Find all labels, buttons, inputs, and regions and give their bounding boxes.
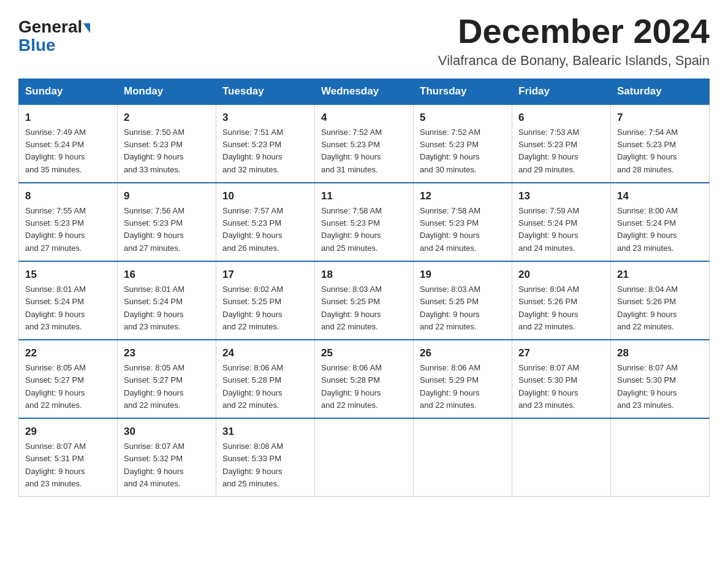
- logo-blue: Blue: [18, 36, 56, 55]
- day-number: 1: [25, 110, 111, 126]
- day-number: 28: [617, 345, 703, 361]
- weekday-header-monday: Monday: [118, 79, 216, 104]
- day-number: 24: [222, 345, 308, 361]
- day-info: Sunrise: 7:53 AM Sunset: 5:23 PM Dayligh…: [518, 126, 604, 176]
- calendar-cell: 15 Sunrise: 8:01 AM Sunset: 5:24 PM Dayl…: [19, 261, 118, 340]
- day-number: 7: [617, 110, 703, 126]
- logo: General Blue: [18, 12, 90, 55]
- calendar-cell: 11 Sunrise: 7:58 AM Sunset: 5:23 PM Dayl…: [315, 183, 414, 261]
- calendar-cell: 3 Sunrise: 7:51 AM Sunset: 5:23 PM Dayli…: [216, 104, 315, 183]
- day-info: Sunrise: 8:08 AM Sunset: 5:33 PM Dayligh…: [222, 440, 308, 490]
- day-info: Sunrise: 7:59 AM Sunset: 5:24 PM Dayligh…: [518, 205, 604, 255]
- logo-general: General: [18, 18, 90, 36]
- calendar-table: SundayMondayTuesdayWednesdayThursdayFrid…: [18, 79, 710, 497]
- week-row-1: 1 Sunrise: 7:49 AM Sunset: 5:24 PM Dayli…: [19, 104, 710, 183]
- weekday-header-thursday: Thursday: [414, 79, 512, 104]
- day-info: Sunrise: 8:03 AM Sunset: 5:25 PM Dayligh…: [420, 283, 506, 333]
- day-info: Sunrise: 8:07 AM Sunset: 5:30 PM Dayligh…: [617, 362, 703, 412]
- day-number: 30: [124, 424, 210, 440]
- calendar-cell: 6 Sunrise: 7:53 AM Sunset: 5:23 PM Dayli…: [512, 104, 611, 183]
- day-number: 23: [124, 345, 210, 361]
- day-info: Sunrise: 7:50 AM Sunset: 5:23 PM Dayligh…: [124, 126, 210, 176]
- day-number: 25: [321, 345, 407, 361]
- day-info: Sunrise: 8:06 AM Sunset: 5:28 PM Dayligh…: [321, 362, 407, 412]
- calendar-cell: 26 Sunrise: 8:06 AM Sunset: 5:29 PM Dayl…: [414, 340, 512, 418]
- day-number: 11: [321, 188, 407, 204]
- day-number: 26: [420, 345, 506, 361]
- day-number: 6: [518, 110, 604, 126]
- calendar-cell: 27 Sunrise: 8:07 AM Sunset: 5:30 PM Dayl…: [512, 340, 611, 418]
- day-number: 8: [25, 188, 111, 204]
- day-number: 2: [124, 110, 210, 126]
- day-info: Sunrise: 8:01 AM Sunset: 5:24 PM Dayligh…: [124, 283, 210, 333]
- day-info: Sunrise: 8:06 AM Sunset: 5:28 PM Dayligh…: [222, 362, 308, 412]
- calendar-cell: 5 Sunrise: 7:52 AM Sunset: 5:23 PM Dayli…: [414, 104, 512, 183]
- weekday-header-friday: Friday: [512, 79, 611, 104]
- day-number: 20: [518, 267, 604, 283]
- calendar-cell: 30 Sunrise: 8:07 AM Sunset: 5:32 PM Dayl…: [118, 418, 216, 497]
- calendar-cell: 13 Sunrise: 7:59 AM Sunset: 5:24 PM Dayl…: [512, 183, 611, 261]
- day-info: Sunrise: 8:06 AM Sunset: 5:29 PM Dayligh…: [420, 362, 506, 412]
- calendar-cell: 9 Sunrise: 7:56 AM Sunset: 5:23 PM Dayli…: [118, 183, 216, 261]
- day-number: 21: [617, 267, 703, 283]
- calendar-cell: 25 Sunrise: 8:06 AM Sunset: 5:28 PM Dayl…: [315, 340, 414, 418]
- day-number: 3: [222, 110, 308, 126]
- day-number: 17: [222, 267, 308, 283]
- day-number: 4: [321, 110, 407, 126]
- calendar-cell: 31 Sunrise: 8:08 AM Sunset: 5:33 PM Dayl…: [216, 418, 315, 497]
- calendar-cell: 10 Sunrise: 7:57 AM Sunset: 5:23 PM Dayl…: [216, 183, 315, 261]
- day-info: Sunrise: 8:01 AM Sunset: 5:24 PM Dayligh…: [25, 283, 111, 333]
- day-number: 13: [518, 188, 604, 204]
- day-number: 31: [222, 424, 308, 440]
- day-number: 18: [321, 267, 407, 283]
- calendar-cell: 23 Sunrise: 8:05 AM Sunset: 5:27 PM Dayl…: [118, 340, 216, 418]
- page-header: General Blue December 2024 Vilafranca de…: [18, 12, 710, 69]
- week-row-3: 15 Sunrise: 8:01 AM Sunset: 5:24 PM Dayl…: [19, 261, 710, 340]
- calendar-cell: 8 Sunrise: 7:55 AM Sunset: 5:23 PM Dayli…: [19, 183, 118, 261]
- calendar-cell: 2 Sunrise: 7:50 AM Sunset: 5:23 PM Dayli…: [118, 104, 216, 183]
- day-info: Sunrise: 8:03 AM Sunset: 5:25 PM Dayligh…: [321, 283, 407, 333]
- calendar-cell: 7 Sunrise: 7:54 AM Sunset: 5:23 PM Dayli…: [611, 104, 710, 183]
- day-info: Sunrise: 8:07 AM Sunset: 5:31 PM Dayligh…: [25, 440, 111, 490]
- calendar-header-row: SundayMondayTuesdayWednesdayThursdayFrid…: [19, 79, 710, 104]
- calendar-cell: 1 Sunrise: 7:49 AM Sunset: 5:24 PM Dayli…: [19, 104, 118, 183]
- day-info: Sunrise: 7:51 AM Sunset: 5:23 PM Dayligh…: [222, 126, 308, 176]
- week-row-5: 29 Sunrise: 8:07 AM Sunset: 5:31 PM Dayl…: [19, 418, 710, 497]
- title-section: December 2024 Vilafranca de Bonany, Bale…: [438, 12, 710, 69]
- week-row-2: 8 Sunrise: 7:55 AM Sunset: 5:23 PM Dayli…: [19, 183, 710, 261]
- week-row-4: 22 Sunrise: 8:05 AM Sunset: 5:27 PM Dayl…: [19, 340, 710, 418]
- weekday-header-wednesday: Wednesday: [315, 79, 414, 104]
- day-number: 9: [124, 188, 210, 204]
- day-info: Sunrise: 7:52 AM Sunset: 5:23 PM Dayligh…: [420, 126, 506, 176]
- day-info: Sunrise: 7:56 AM Sunset: 5:23 PM Dayligh…: [124, 205, 210, 255]
- calendar-cell: 28 Sunrise: 8:07 AM Sunset: 5:30 PM Dayl…: [611, 340, 710, 418]
- calendar-cell: 19 Sunrise: 8:03 AM Sunset: 5:25 PM Dayl…: [414, 261, 512, 340]
- calendar-cell: [512, 418, 611, 497]
- calendar-cell: 12 Sunrise: 7:58 AM Sunset: 5:23 PM Dayl…: [414, 183, 512, 261]
- calendar-cell: 4 Sunrise: 7:52 AM Sunset: 5:23 PM Dayli…: [315, 104, 414, 183]
- location-title: Vilafranca de Bonany, Balearic Islands, …: [438, 53, 710, 69]
- day-info: Sunrise: 7:58 AM Sunset: 5:23 PM Dayligh…: [321, 205, 407, 255]
- month-title: December 2024: [438, 12, 710, 50]
- day-info: Sunrise: 7:49 AM Sunset: 5:24 PM Dayligh…: [25, 126, 111, 176]
- day-number: 19: [420, 267, 506, 283]
- day-number: 10: [222, 188, 308, 204]
- calendar-cell: 22 Sunrise: 8:05 AM Sunset: 5:27 PM Dayl…: [19, 340, 118, 418]
- day-info: Sunrise: 7:57 AM Sunset: 5:23 PM Dayligh…: [222, 205, 308, 255]
- calendar-cell: 21 Sunrise: 8:04 AM Sunset: 5:26 PM Dayl…: [611, 261, 710, 340]
- calendar-cell: [611, 418, 710, 497]
- calendar-cell: 24 Sunrise: 8:06 AM Sunset: 5:28 PM Dayl…: [216, 340, 315, 418]
- calendar-cell: 16 Sunrise: 8:01 AM Sunset: 5:24 PM Dayl…: [118, 261, 216, 340]
- calendar-cell: [315, 418, 414, 497]
- day-info: Sunrise: 8:07 AM Sunset: 5:30 PM Dayligh…: [518, 362, 604, 412]
- day-info: Sunrise: 8:04 AM Sunset: 5:26 PM Dayligh…: [518, 283, 604, 333]
- day-number: 22: [25, 345, 111, 361]
- calendar-cell: 17 Sunrise: 8:02 AM Sunset: 5:25 PM Dayl…: [216, 261, 315, 340]
- day-number: 16: [124, 267, 210, 283]
- day-info: Sunrise: 8:00 AM Sunset: 5:24 PM Dayligh…: [617, 205, 703, 255]
- day-info: Sunrise: 8:07 AM Sunset: 5:32 PM Dayligh…: [124, 440, 210, 490]
- calendar-cell: 18 Sunrise: 8:03 AM Sunset: 5:25 PM Dayl…: [315, 261, 414, 340]
- calendar-cell: 14 Sunrise: 8:00 AM Sunset: 5:24 PM Dayl…: [611, 183, 710, 261]
- weekday-header-sunday: Sunday: [19, 79, 118, 104]
- day-number: 14: [617, 188, 703, 204]
